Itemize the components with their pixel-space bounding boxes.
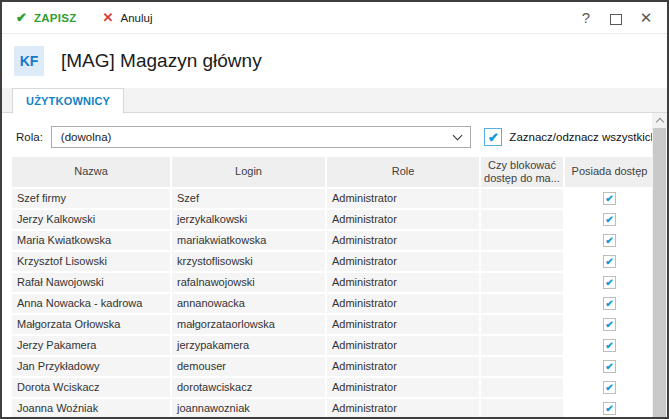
cell-login[interactable]: jerzypakamera: [172, 336, 325, 355]
cell-role[interactable]: Administrator: [327, 315, 479, 334]
cell-nazwa[interactable]: Jerzy Kalkowski: [12, 210, 170, 229]
table-row[interactable]: Szef firmy Szef Administrator ✔: [12, 189, 654, 208]
cell-access[interactable]: ✔: [565, 231, 654, 250]
cancel-button[interactable]: ✕ Anuluj: [77, 11, 153, 24]
cell-block-access[interactable]: [481, 252, 563, 271]
role-select[interactable]: (dowolna): [51, 126, 472, 148]
cell-login[interactable]: mariakwiatkowska: [172, 231, 325, 250]
column-header-nazwa[interactable]: Nazwa: [12, 157, 170, 187]
cell-role[interactable]: Administrator: [327, 189, 479, 208]
cell-block-access[interactable]: [481, 315, 563, 334]
access-checkbox[interactable]: ✔: [603, 360, 616, 373]
access-checkbox[interactable]: ✔: [603, 297, 616, 310]
table-row[interactable]: Małgorzata Orłowska małgorzataorlowska A…: [12, 315, 654, 334]
table-row[interactable]: Krzysztof Lisowski krzystoflisowski Admi…: [12, 252, 654, 271]
cell-login[interactable]: rafalnawojowski: [172, 273, 325, 292]
cell-access[interactable]: ✔: [565, 357, 654, 376]
table-row[interactable]: Anna Nowacka - kadrowa annanowacka Admin…: [12, 294, 654, 313]
cell-block-access[interactable]: [481, 378, 563, 397]
user-table: Nazwa Login Role Czy blokować dostęp do …: [12, 157, 654, 418]
close-button[interactable]: ✕: [631, 2, 661, 33]
table-row[interactable]: Dorota Wciskacz dorotawciskacz Administr…: [12, 378, 654, 397]
user-table-body: Szef firmy Szef Administrator ✔ Jerzy Ka…: [12, 189, 654, 418]
table-row[interactable]: Joanna Woźniak joannawozniak Administrat…: [12, 399, 654, 418]
cell-nazwa[interactable]: Anna Nowacka - kadrowa: [12, 294, 170, 313]
cell-nazwa[interactable]: Szef firmy: [12, 189, 170, 208]
role-label: Rola:: [16, 131, 43, 143]
cell-block-access[interactable]: [481, 399, 563, 418]
cell-login[interactable]: małgorzataorlowska: [172, 315, 325, 334]
table-row[interactable]: Rafał Nawojowski rafalnawojowski Adminis…: [12, 273, 654, 292]
cell-nazwa[interactable]: Dorota Wciskacz: [12, 378, 170, 397]
cell-login[interactable]: jerzykalkowski: [172, 210, 325, 229]
cell-access[interactable]: ✔: [565, 210, 654, 229]
select-all-checkbox[interactable]: ✔: [484, 128, 502, 146]
maximize-button[interactable]: [601, 2, 631, 33]
cell-access[interactable]: ✔: [565, 315, 654, 334]
cell-access[interactable]: ✔: [565, 378, 654, 397]
access-checkbox[interactable]: ✔: [603, 339, 616, 352]
cell-nazwa[interactable]: Jerzy Pakamera: [12, 336, 170, 355]
table-header-row: Nazwa Login Role Czy blokować dostęp do …: [12, 157, 654, 187]
cell-login[interactable]: annanowacka: [172, 294, 325, 313]
cell-role[interactable]: Administrator: [327, 336, 479, 355]
cell-nazwa[interactable]: Krzysztof Lisowski: [12, 252, 170, 271]
access-checkbox[interactable]: ✔: [603, 255, 616, 268]
cell-role[interactable]: Administrator: [327, 252, 479, 271]
cell-block-access[interactable]: [481, 273, 563, 292]
scrollbar-up-button[interactable]: [652, 113, 667, 127]
check-icon: ✔: [605, 257, 613, 267]
cell-login[interactable]: Szef: [172, 189, 325, 208]
cell-nazwa[interactable]: Maria Kwiatkowska: [12, 231, 170, 250]
cell-role[interactable]: Administrator: [327, 399, 479, 418]
cell-login[interactable]: demouser: [172, 357, 325, 376]
cell-access[interactable]: ✔: [565, 399, 654, 418]
cell-role[interactable]: Administrator: [327, 231, 479, 250]
cell-login[interactable]: krzystoflisowski: [172, 252, 325, 271]
cell-block-access[interactable]: [481, 210, 563, 229]
page-title: [MAG] Magazyn główny: [61, 50, 262, 72]
cell-login[interactable]: joannawozniak: [172, 399, 325, 418]
access-checkbox[interactable]: ✔: [603, 213, 616, 226]
cell-access[interactable]: ✔: [565, 336, 654, 355]
cell-access[interactable]: ✔: [565, 189, 654, 208]
check-icon: ✔: [605, 341, 613, 351]
tab-uzytkownicy[interactable]: UŻYTKOWNICY: [12, 88, 124, 114]
cell-role[interactable]: Administrator: [327, 294, 479, 313]
cell-nazwa[interactable]: Joanna Woźniak: [12, 399, 170, 418]
cell-block-access[interactable]: [481, 231, 563, 250]
cell-role[interactable]: Administrator: [327, 357, 479, 376]
table-row[interactable]: Jerzy Kalkowski jerzykalkowski Administr…: [12, 210, 654, 229]
access-checkbox[interactable]: ✔: [603, 402, 616, 415]
cell-block-access[interactable]: [481, 336, 563, 355]
cell-block-access[interactable]: [481, 294, 563, 313]
table-row[interactable]: Maria Kwiatkowska mariakwiatkowska Admin…: [12, 231, 654, 250]
cell-role[interactable]: Administrator: [327, 273, 479, 292]
column-header-posiada-dostep[interactable]: Posiada dostęp: [565, 157, 654, 187]
cell-login[interactable]: dorotawciskacz: [172, 378, 325, 397]
column-header-role[interactable]: Role: [327, 157, 479, 187]
cell-block-access[interactable]: [481, 189, 563, 208]
access-checkbox[interactable]: ✔: [603, 318, 616, 331]
cell-block-access[interactable]: [481, 357, 563, 376]
access-checkbox[interactable]: ✔: [603, 234, 616, 247]
cell-nazwa[interactable]: Rafał Nawojowski: [12, 273, 170, 292]
cell-role[interactable]: Administrator: [327, 378, 479, 397]
cell-access[interactable]: ✔: [565, 294, 654, 313]
cell-access[interactable]: ✔: [565, 252, 654, 271]
access-checkbox[interactable]: ✔: [603, 192, 616, 205]
access-checkbox[interactable]: ✔: [603, 276, 616, 289]
column-header-login[interactable]: Login: [172, 157, 325, 187]
cell-role[interactable]: Administrator: [327, 210, 479, 229]
table-row[interactable]: Jerzy Pakamera jerzypakamera Administrat…: [12, 336, 654, 355]
help-button[interactable]: ?: [571, 2, 601, 33]
access-checkbox[interactable]: ✔: [603, 381, 616, 394]
cell-access[interactable]: ✔: [565, 273, 654, 292]
cell-nazwa[interactable]: Małgorzata Orłowska: [12, 315, 170, 334]
vertical-scrollbar[interactable]: [652, 113, 667, 417]
save-button[interactable]: ✔ ZAPISZ: [16, 11, 77, 24]
column-header-block-access[interactable]: Czy blokować dostęp do ma...: [481, 157, 563, 187]
cell-nazwa[interactable]: Jan Przykładowy: [12, 357, 170, 376]
table-row[interactable]: Jan Przykładowy demouser Administrator ✔: [12, 357, 654, 376]
scrollbar-thumb[interactable]: [653, 128, 666, 417]
